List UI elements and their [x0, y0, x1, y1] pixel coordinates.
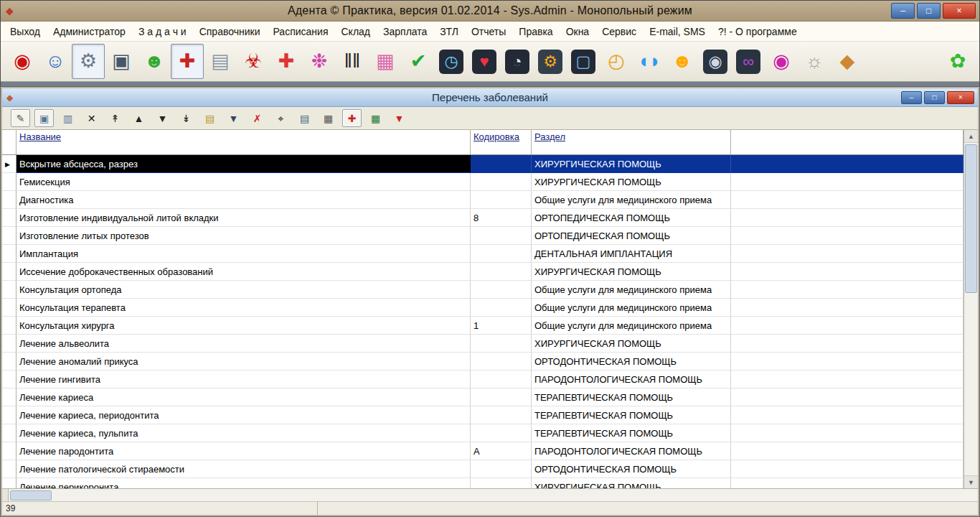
Иссечение доброкачественных образований[interactable]: Иссечение доброкачественных образований … — [2, 263, 963, 281]
Консультация терапевта[interactable]: Консультация терапевта Общие услуги для … — [2, 299, 963, 317]
child-titlebar[interactable]: ◆ Перечень заболеваний – □ × — [2, 88, 978, 107]
menu-warehouse[interactable]: Склад — [334, 26, 377, 37]
child-maximize-button[interactable]: □ — [924, 91, 945, 104]
filter-icon[interactable]: ▼ — [224, 109, 243, 127]
cell-section: Общие услуги для медицинского приема — [532, 299, 731, 317]
first-record-icon[interactable]: ↟ — [105, 109, 125, 127]
Лечение аномалий прикуса[interactable]: Лечение аномалий прикуса ОРТОДОНТИЧЕСКАЯ… — [2, 353, 963, 371]
vertical-scroll-thumb[interactable] — [965, 144, 977, 293]
row-marker-gutter — [2, 478, 17, 488]
minimize-button[interactable]: – — [891, 3, 915, 19]
shopping-bag-icon[interactable]: ◆ — [831, 44, 864, 79]
open-folder-icon[interactable]: ▤ — [200, 109, 220, 127]
camera-icon[interactable]: ◉ — [699, 44, 732, 79]
masquerade-eye-icon[interactable]: ∞ — [732, 44, 765, 79]
monitor-icon[interactable]: ▢ — [567, 44, 600, 79]
Лечение перикоронита[interactable]: Лечение перикоронита ХИРУРГИЧЕСКАЯ ПОМОЩ… — [2, 478, 963, 488]
column-header-section[interactable]: Раздел — [532, 130, 731, 154]
card-index-icon[interactable]: ▤ — [204, 44, 237, 79]
gauge-icon[interactable]: ◔ — [501, 44, 534, 79]
menu-administrator[interactable]: Администратор — [47, 26, 132, 37]
menu-ztl[interactable]: ЗТЛ — [433, 26, 465, 37]
edit-record-icon[interactable]: ✎ — [11, 109, 30, 127]
column-header-name[interactable]: Название — [17, 130, 471, 154]
clear-filter-icon[interactable]: ✗ — [248, 109, 267, 127]
Консультация хирурга[interactable]: Консультация хирурга 1 Общие услуги для … — [2, 317, 963, 335]
heart-calendar-icon[interactable]: ♥ — [468, 44, 501, 79]
Лечение альвеолита[interactable]: Лечение альвеолита ХИРУРГИЧЕСКАЯ ПОМОЩЬ — [2, 335, 963, 353]
Лечение кариеса, периодонтита[interactable]: Лечение кариеса, периодонтита ТЕРАПЕВТИЧ… — [2, 406, 963, 424]
prior-record-icon[interactable]: ▲ — [129, 109, 149, 127]
clock-icon[interactable]: ◷ — [435, 44, 468, 79]
settings-wrench-icon[interactable]: ⚙ — [72, 44, 105, 79]
print-icon[interactable]: ▦ — [319, 109, 338, 127]
Изготовление индивидуальной литой вкладки[interactable]: Изготовление индивидуальной литой вкладк… — [2, 209, 963, 227]
column-header-extra[interactable] — [731, 130, 963, 154]
child-close-button[interactable]: × — [947, 91, 974, 104]
next-record-icon[interactable]: ▼ — [153, 109, 172, 127]
Гемисекция[interactable]: Гемисекция ХИРУРГИЧЕСКАЯ ПОМОЩЬ — [2, 173, 963, 191]
Лечение пародонтита[interactable]: Лечение пародонтита A ПАРОДОНТОЛОГИЧЕСКА… — [2, 442, 963, 460]
menu-references[interactable]: Справочники — [193, 26, 267, 37]
horizontal-scroll-thumb[interactable] — [10, 490, 52, 500]
column-header-code[interactable]: Кодировка — [471, 130, 532, 154]
Вскрытие абсцесса, разрез[interactable]: Вскрытие абсцесса, разрез ХИРУРГИЧЕСКАЯ … — [2, 155, 963, 173]
cell-code: 1 — [471, 317, 532, 335]
emoji-icon[interactable]: ☻ — [666, 44, 699, 79]
menu-schedules[interactable]: Расписания — [267, 26, 335, 37]
first-aid-icon[interactable]: ✚ — [270, 44, 303, 79]
filter-red-icon[interactable]: ▼ — [390, 109, 409, 127]
row-marker-gutter — [2, 245, 17, 263]
barcode-icon[interactable]: ‖‖ — [336, 44, 369, 79]
menu-email-sms[interactable]: E-mail, SMS — [643, 26, 712, 37]
add-record-icon[interactable]: ✚ — [342, 109, 362, 127]
biohazard-icon[interactable]: ☣ — [237, 44, 270, 79]
staff-icon[interactable]: ☺ — [39, 44, 72, 79]
clover-icon[interactable]: ✿ — [941, 44, 974, 79]
copy-record-icon[interactable]: ▥ — [58, 109, 77, 127]
search-binoculars-icon[interactable]: ⌖ — [271, 109, 291, 127]
horizontal-scrollbar[interactable] — [2, 488, 978, 501]
close-button[interactable]: × — [943, 3, 976, 19]
delete-record-icon[interactable]: ✕ — [82, 109, 101, 127]
power-off-icon[interactable]: ◉ — [6, 44, 39, 79]
last-record-icon[interactable]: ↡ — [176, 109, 196, 127]
vertical-scrollbar[interactable]: ▲ ▼ — [963, 130, 978, 488]
lamp-icon[interactable]: ☼ — [798, 44, 831, 79]
gear-calendar-icon[interactable]: ⚙ — [534, 44, 567, 79]
Диагностика[interactable]: Диагностика Общие услуги для медицинског… — [2, 191, 963, 209]
search-document-icon[interactable]: ▤ — [295, 109, 314, 127]
menu-exit[interactable]: Выход — [4, 26, 47, 37]
scroll-down-arrow[interactable]: ▼ — [964, 475, 978, 488]
Лечение кариеса[interactable]: Лечение кариеса ТЕРАПЕВТИЧЕСКАЯ ПОМОЩЬ — [2, 388, 963, 406]
Лечение патологической стираемости[interactable]: Лечение патологической стираемости ОРТОД… — [2, 460, 963, 478]
menu-windows[interactable]: Окна — [560, 26, 596, 37]
Лечение гингивита[interactable]: Лечение гингивита ПАРОДОНТОЛОГИЧЕСКАЯ ПО… — [2, 371, 963, 388]
menu-about[interactable]: ?! - О программе — [712, 26, 804, 37]
green-card-icon[interactable]: ☻ — [138, 44, 171, 79]
menu-edit[interactable]: Правка — [512, 26, 559, 37]
video-camera-icon[interactable]: ▣ — [105, 44, 138, 79]
medical-card-add-icon[interactable]: ✚ — [171, 44, 204, 79]
Консультация ортопеда[interactable]: Консультация ортопеда Общие услуги для м… — [2, 281, 963, 299]
menu-tasks[interactable]: З а д а ч и — [132, 26, 193, 37]
alarm-clock-icon[interactable]: ◴ — [600, 44, 633, 79]
cell-section: ОРТОДОНТИЧЕСКАЯ ПОМОЩЬ — [532, 353, 731, 371]
Имплантация[interactable]: Имплантация ДЕНТАЛЬНАЯ ИМПЛАНТАЦИЯ — [2, 245, 963, 263]
Изготовление литых протезов[interactable]: Изготовление литых протезов ОРТОПЕДИЧЕСК… — [2, 227, 963, 245]
scroll-up-arrow[interactable]: ▲ — [964, 130, 978, 143]
schedule-blocks-icon[interactable]: ▦ — [369, 44, 402, 79]
Лечение кариеса, пульпита[interactable]: Лечение кариеса, пульпита ТЕРАПЕВТИЧЕСКА… — [2, 424, 963, 442]
export-excel-icon[interactable]: ▦ — [366, 109, 385, 127]
menu-reports[interactable]: Отчеты — [465, 26, 512, 37]
view-record-icon[interactable]: ▣ — [34, 109, 54, 127]
child-minimize-button[interactable]: – — [901, 91, 922, 104]
menu-salary[interactable]: Зарплата — [377, 26, 433, 37]
palette-icon[interactable]: ❉ — [303, 44, 336, 79]
menu-service[interactable]: Сервис — [595, 26, 643, 37]
toolbar-icon-glyph: ✚ — [179, 52, 196, 71]
chat-icon[interactable]: ◖◗ — [633, 44, 666, 79]
maximize-button[interactable]: □ — [917, 3, 941, 19]
checkmark-icon[interactable]: ✔ — [402, 44, 435, 79]
eye-icon[interactable]: ◉ — [765, 44, 798, 79]
